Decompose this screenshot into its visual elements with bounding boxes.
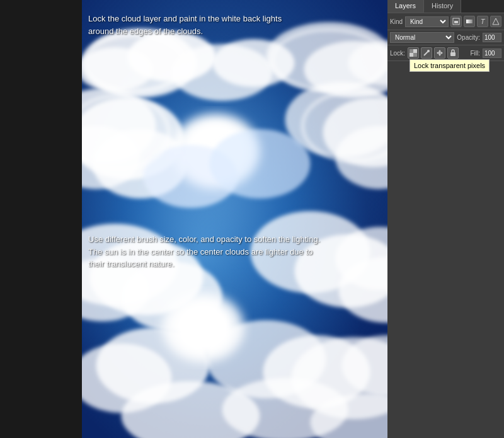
blend-opacity-row: Normal Opacity: [387, 30, 504, 45]
lock-label: Lock: [390, 50, 405, 57]
svg-rect-49 [410, 49, 413, 53]
svg-point-54 [427, 50, 430, 52]
svg-rect-51 [410, 53, 413, 57]
svg-marker-60 [441, 52, 443, 54]
svg-rect-50 [413, 49, 417, 53]
right-panel: Layers History Kind Kind T [387, 0, 504, 438]
blend-mode-dropdown[interactable]: Normal [390, 32, 454, 43]
gradient-filter-icon[interactable] [464, 16, 475, 27]
fill-label: Fill: [470, 50, 480, 57]
shape-filter-icon[interactable] [490, 16, 501, 27]
svg-rect-61 [450, 52, 455, 56]
lock-row: Lock: [387, 45, 504, 61]
canvas-instruction-bottom: Use different brush size, color, and opa… [88, 233, 320, 270]
fill-input[interactable] [483, 49, 501, 58]
svg-marker-57 [438, 50, 441, 52]
lock-image-pixels-button[interactable] [421, 47, 432, 59]
lock-all-button[interactable] [447, 47, 459, 59]
left-sidebar [0, 0, 82, 438]
svg-rect-52 [413, 53, 417, 57]
image-filter-icon[interactable] [450, 16, 462, 27]
lock-icons-group [408, 47, 459, 59]
svg-rect-47 [466, 20, 472, 23]
svg-marker-59 [437, 52, 438, 54]
panel-tabs: Layers History [387, 0, 504, 13]
svg-marker-48 [493, 18, 499, 25]
kind-filter: Kind Kind [390, 16, 449, 27]
tab-history[interactable]: History [424, 0, 461, 13]
kind-filter-row: Kind Kind T [387, 13, 504, 30]
lock-transparent-pixels-button[interactable] [408, 47, 419, 59]
opacity-label: Opacity: [457, 34, 480, 41]
svg-marker-58 [438, 54, 441, 56]
lock-position-button[interactable] [434, 47, 445, 59]
kind-dropdown[interactable]: Kind [405, 16, 449, 27]
text-filter-icon[interactable]: T [477, 16, 488, 27]
opacity-input[interactable] [483, 33, 501, 42]
svg-point-21 [210, 129, 311, 199]
main-canvas-area: Lock the cloud layer and paint in the wh… [82, 0, 387, 438]
svg-rect-46 [454, 21, 458, 23]
canvas-background: Lock the cloud layer and paint in the wh… [82, 0, 387, 438]
tab-layers[interactable]: Layers [387, 0, 424, 13]
kind-label: Kind [390, 18, 403, 25]
tooltip-lock-transparent: Lock transparent pixels [410, 59, 490, 72]
canvas-instruction-top: Lock the cloud layer and paint in the wh… [88, 13, 282, 37]
